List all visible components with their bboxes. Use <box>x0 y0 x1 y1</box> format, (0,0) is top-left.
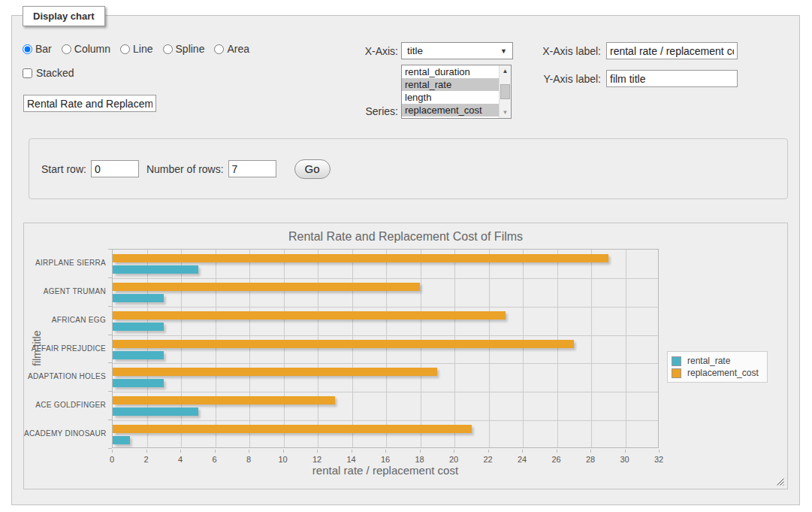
x-axis-tick-label: 30 <box>606 455 644 464</box>
legend-entry: rental_rate <box>672 356 763 366</box>
gridline-vertical <box>181 250 182 447</box>
chart-type-option-bar[interactable]: Bar <box>23 43 52 55</box>
y-axis-tick <box>108 391 112 392</box>
x-axis-tick <box>420 450 421 453</box>
x-axis-tick <box>557 450 557 453</box>
gridline-vertical <box>386 250 387 447</box>
chart-container: Rental Rate and Replacement Cost of Film… <box>23 223 788 489</box>
scrollbar-thumb[interactable] <box>500 84 510 99</box>
x-axis-tick-label: 18 <box>401 455 439 464</box>
category-label: ACE GOLDFINGER <box>24 401 106 409</box>
number-of-rows-input[interactable] <box>228 160 276 177</box>
bar-rental_rate <box>113 436 130 444</box>
gridline-vertical <box>249 250 250 447</box>
x-axis-tick-label: 4 <box>161 455 199 464</box>
x-axis-tick <box>625 450 626 453</box>
x-axis-tick <box>522 450 523 453</box>
y-axis-tick <box>108 335 112 335</box>
chart-type-radio-label: Spline <box>176 43 205 55</box>
x-axis-tick-label: 2 <box>128 455 165 464</box>
chart-type-option-area[interactable]: Area <box>214 43 249 55</box>
bar-replacement_cost <box>113 396 335 404</box>
legend-swatch-rental_rate <box>672 356 681 366</box>
y-axis-label-input[interactable] <box>606 70 738 87</box>
series-multiselect[interactable]: rental_durationrental_ratelengthreplacem… <box>401 65 512 119</box>
number-of-rows-label: Number of rows: <box>146 163 224 175</box>
x-axis-select-label: X-Axis: <box>343 45 398 57</box>
resize-handle-icon[interactable] <box>776 477 785 486</box>
stacked-checkbox[interactable] <box>23 68 32 78</box>
series-option[interactable]: replacement_cost <box>402 104 499 117</box>
bar-replacement_cost <box>113 340 574 348</box>
gridline-vertical <box>318 250 318 447</box>
legend-label: rental_rate <box>681 356 735 366</box>
bar-replacement_cost <box>113 368 437 376</box>
bar-rental_rate <box>113 265 198 274</box>
x-axis-tick-label: 16 <box>367 455 404 464</box>
gridline-horizontal <box>113 420 658 421</box>
bar-rental_rate <box>113 379 164 387</box>
x-axis-tick-label: 10 <box>264 455 302 464</box>
x-axis-tick <box>249 450 249 453</box>
chart-type-option-column[interactable]: Column <box>62 43 110 55</box>
y-axis-tick <box>108 249 112 250</box>
bar-rental_rate <box>113 294 164 302</box>
stacked-checkbox-row[interactable]: Stacked <box>23 67 74 79</box>
chart-type-radio-spline[interactable] <box>163 44 173 54</box>
x-axis-tick-label: 12 <box>298 455 336 464</box>
scroll-up-icon[interactable]: ▲ <box>500 65 511 77</box>
y-axis-tick <box>108 420 112 420</box>
bar-replacement_cost <box>113 425 472 433</box>
chart-type-radio-label: Line <box>133 43 152 55</box>
go-button[interactable]: Go <box>294 159 331 179</box>
x-axis-tick <box>385 450 386 453</box>
x-axis-select[interactable]: title ▼ <box>401 42 513 59</box>
chart-type-radio-line[interactable] <box>120 44 130 54</box>
scroll-down-icon[interactable]: ▼ <box>500 107 511 118</box>
gridline-vertical <box>352 250 353 447</box>
x-axis-tick <box>180 450 181 453</box>
x-axis-label-input[interactable] <box>606 42 738 59</box>
legend-entry: replacement_cost <box>672 368 763 378</box>
chart-type-radio-label: Column <box>74 43 110 55</box>
plot-area <box>112 249 659 448</box>
series-option[interactable]: rental_rate <box>402 78 499 91</box>
y-axis-tick <box>108 306 112 307</box>
category-label: AGENT TRUMAN <box>24 287 106 295</box>
x-axis-tick <box>317 450 318 453</box>
start-row-input[interactable] <box>91 160 139 177</box>
row-range-box: Start row: Number of rows: Go <box>29 138 788 199</box>
gridline-vertical <box>147 250 148 447</box>
chart-title: Rental Rate and Replacement Cost of Film… <box>24 230 787 244</box>
start-row-label: Start row: <box>41 163 86 175</box>
chart-type-radio-column[interactable] <box>62 44 71 54</box>
x-axis-tick-label: 26 <box>538 455 575 464</box>
chart-title-input[interactable] <box>23 95 156 112</box>
category-label: AIRPLANE SIERRA <box>24 259 106 267</box>
gridline-vertical <box>454 250 455 447</box>
x-axis-tick <box>283 450 284 453</box>
series-option[interactable]: rental_duration <box>402 65 499 78</box>
series-options: rental_durationrental_ratelengthreplacem… <box>402 65 499 118</box>
category-label: ADAPTATION HOLES <box>24 372 106 380</box>
series-option[interactable]: length <box>402 91 499 104</box>
gridline-horizontal <box>113 335 658 336</box>
chart-type-option-line[interactable]: Line <box>120 43 152 55</box>
chart-type-option-spline[interactable]: Spline <box>163 43 205 55</box>
gridline-vertical <box>591 250 592 447</box>
x-axis-tick-label: 0 <box>93 455 131 464</box>
x-axis-tick <box>352 450 352 453</box>
stacked-label: Stacked <box>36 67 74 79</box>
bar-rental_rate <box>113 323 164 331</box>
x-axis-tick-label: 22 <box>469 455 507 464</box>
category-label: AFRICAN EGG <box>24 316 106 324</box>
chart-type-radio-bar[interactable] <box>23 44 32 54</box>
category-label: AFFAIR PREJUDICE <box>24 344 106 353</box>
series-scrollbar[interactable]: ▲ ▼ <box>499 65 511 118</box>
x-axis-tick-label: 28 <box>572 455 609 464</box>
chart-type-radio-area[interactable] <box>214 44 224 54</box>
x-axis-tick-label: 20 <box>435 455 472 464</box>
gridline-vertical <box>421 250 421 447</box>
gridline-vertical <box>557 250 558 447</box>
chart-legend: rental_ratereplacement_cost <box>667 351 768 383</box>
